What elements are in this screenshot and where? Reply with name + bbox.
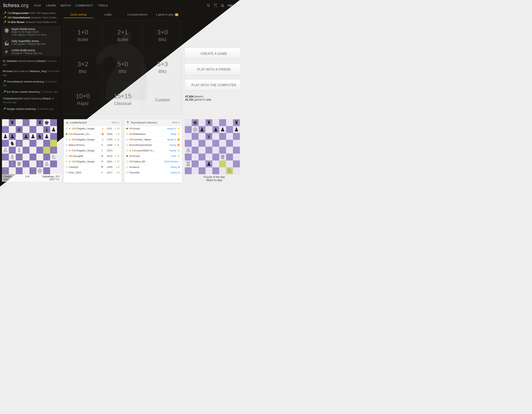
- timeline-item[interactable]: Dr_blablabla started following thibault …: [2, 58, 61, 68]
- square-b5: ♞: [9, 140, 16, 147]
- play-computer-button[interactable]: PLAY WITH THE COMPUTER: [184, 79, 240, 91]
- square-e2: [29, 160, 36, 167]
- chess-piece: ♞: [9, 140, 16, 147]
- timeline-item[interactable]: 🎤 Sladgie started streaming 30 minutes a…: [2, 106, 61, 112]
- timeline-item[interactable]: IM lovlas left a note on Takeback_King 1…: [2, 68, 61, 78]
- swords-icon[interactable]: [214, 4, 217, 7]
- puzzle-turn: Black to play: [186, 178, 240, 182]
- square-d5: [23, 140, 29, 147]
- leaderboard-row[interactable]: GM Alexander_Zu… 🔥 2906 ↗ 6: [64, 131, 122, 137]
- chess-piece: ♚: [43, 119, 50, 126]
- nav-link-community[interactable]: COMMUNITY: [76, 4, 93, 7]
- leaderboard-row[interactable]: ClasbyD ⚑ 2499 ↘ 2: [64, 164, 122, 170]
- center-panel: Quick pairing Lobby Correspondence 1 gam…: [64, 11, 182, 117]
- brand-logo[interactable]: lichess.org: [3, 2, 29, 9]
- square-d1: [205, 167, 212, 174]
- bell-off-icon[interactable]: [221, 4, 224, 7]
- chess-piece: ♖: [29, 167, 36, 174]
- square-d4: [23, 147, 29, 154]
- square-b4: [9, 147, 16, 154]
- tv-widget[interactable]: ♜♜♚♛♝♟♟♟♟♟♞♟♞♙♙♗♙♗♘♘♙♕♙♙♖♖♔ Ckaakk2682 1…: [2, 119, 61, 183]
- arena-item[interactable]: U2000 Bullet Arena84 players • Playing r…: [2, 47, 61, 56]
- search-icon[interactable]: [207, 4, 210, 7]
- square-c3: [199, 154, 205, 160]
- event-link[interactable]: 2019 Winter ○: [164, 160, 180, 163]
- event-link[interactable]: Yearly ⊡: [170, 171, 180, 174]
- winners-more-link[interactable]: More »: [172, 121, 180, 124]
- create-game-button[interactable]: CREATE A GAME: [184, 48, 240, 59]
- arena-item[interactable]: Rapid Shield ArenaBattle for the Rapid S…: [2, 26, 61, 38]
- perf-icon: 🐇: [101, 138, 104, 141]
- square-d5: [205, 140, 212, 147]
- event-link[interactable]: Yearly ⊞: [170, 166, 180, 168]
- timeline-item[interactable]: Thetacticbot1234 started following thiba…: [2, 95, 61, 105]
- square-a1: ♖: [2, 167, 9, 174]
- pool-cell[interactable]: 1+0Bullet: [64, 20, 102, 51]
- tab-quick-pairing[interactable]: Quick pairing: [64, 11, 93, 18]
- status-dot: [126, 144, 128, 146]
- streamer-item[interactable]: 🎤 IM Eric Rosen Streamer Team Battle on …: [2, 20, 61, 24]
- square-d7: [205, 126, 212, 133]
- pool-cell[interactable]: 10+0Rapid: [64, 84, 102, 114]
- leaderboard-row[interactable]: ➤ GM Zhigalko_Sergei ⊡ 2601 ↗ 17: [64, 159, 122, 164]
- winner-row[interactable]: IM KAstar Yearly H ⚡: [124, 126, 182, 131]
- play-friend-button[interactable]: PLAY WITH A FRIEND: [184, 64, 240, 75]
- pool-cell[interactable]: 2+1Bullet: [104, 20, 142, 51]
- leaderboard-row[interactable]: MaksimPanov ✶ 2468 ↗ 31: [64, 142, 122, 148]
- event-link[interactable]: Daily ⚡: [171, 133, 180, 136]
- tab-lobby[interactable]: Lobby: [93, 11, 123, 18]
- event-link[interactable]: Yearly 🐇: [169, 149, 180, 152]
- chess-piece: ♔: [192, 126, 199, 133]
- arena-item[interactable]: Daily SuperBlitz Arena1,392 players • Pl…: [2, 38, 61, 47]
- puzzle-widget[interactable]: ♚♜♜♔♟♟♟♟♛♙♕♖♟♘ Puzzle of the day Black t…: [185, 119, 240, 183]
- square-g8: [226, 119, 233, 126]
- leaderboard-row[interactable]: ➤ GM Zhigalko_Sergei ↖ 2523: [64, 148, 122, 153]
- square-e6: ♟: [29, 133, 36, 140]
- nav-link-learn[interactable]: LEARN: [46, 4, 56, 7]
- status-dot: [66, 144, 67, 146]
- winner-row[interactable]: IM DrMelekess Daily ⚡: [124, 131, 182, 137]
- leaderboard-row[interactable]: Fritzi_2003 ≡ 2417 ↗ 8: [64, 170, 122, 175]
- winner-row[interactable]: recastrov Yearly ⊞: [124, 164, 182, 170]
- leaderboard-row[interactable]: NM Jasugi99 ⊞ 2832 ↗ 27: [64, 153, 122, 159]
- leaderboard-row[interactable]: ➤ GM Zhigalko_Sergei ⚡ 3101 ↗ 10: [64, 126, 122, 131]
- user-menu[interactable]: thibault: [228, 4, 237, 7]
- winner-row[interactable]: NM Sviridov_Valery Yearly S 🔥: [124, 137, 182, 142]
- streamer-item[interactable]: 🎤 CM Kingscrusher FIDE CM Kingscrusher p…: [2, 11, 61, 15]
- tab-now-playing[interactable]: 1 game in play 1: [152, 11, 182, 18]
- chess-piece: ♙: [50, 147, 57, 154]
- nav-link-play[interactable]: PLAY: [34, 4, 41, 7]
- event-link[interactable]: Yearly S 🔥: [167, 138, 180, 141]
- winner-row[interactable]: BornOfGodAndVoid Yearly 🔥: [124, 142, 182, 148]
- leaderboard-row[interactable]: ➤ GM Zhigalko_Sergei 🐇 2765 ↗ 11: [64, 137, 122, 142]
- square-a3: [185, 154, 192, 160]
- pool-cell[interactable]: 5+0Blitz: [104, 52, 142, 83]
- winner-row[interactable]: Farmville Yearly ⊡: [124, 170, 182, 175]
- pool-cell[interactable]: 5+3Blitz: [143, 52, 182, 83]
- event-link[interactable]: Yearly H ⚡: [167, 127, 180, 130]
- square-c8: [16, 119, 23, 126]
- nav-link-watch[interactable]: WATCH: [61, 4, 71, 7]
- square-c6: [199, 133, 205, 140]
- pool-cell[interactable]: Custom: [143, 84, 182, 114]
- site-stats: 47,924 players 21,721 games in play: [184, 95, 240, 101]
- square-a8: [2, 119, 9, 126]
- square-c4: ♗: [16, 147, 23, 154]
- event-link[interactable]: Elite ⚡: [171, 155, 180, 157]
- square-d3: [205, 154, 212, 160]
- timeline-item[interactable]: 🎤 Eric Rosen started streaming 27 minute…: [2, 89, 61, 95]
- square-e8: [29, 119, 36, 126]
- winner-row[interactable]: NM Valera_B5 2019 Winter ○: [124, 159, 182, 164]
- tab-correspondence[interactable]: Correspondence: [123, 11, 152, 18]
- winner-row[interactable]: ➤ LM Lance5500-Yo… Yearly 🐇: [124, 148, 182, 153]
- event-link[interactable]: Yearly 🔥: [169, 144, 180, 147]
- square-a3: [2, 154, 9, 160]
- pool-cell[interactable]: 3+2Blitz: [64, 52, 102, 83]
- nav-link-tools[interactable]: TOOLS: [98, 4, 108, 7]
- timeline-item[interactable]: 🎤 ChessNetwork started streaming 19 minu…: [2, 78, 61, 89]
- leaderboard-more-link[interactable]: More »: [112, 121, 120, 124]
- winner-row[interactable]: IM KAstar Elite ⚡: [124, 153, 182, 159]
- pool-cell[interactable]: 3+0Blitz: [143, 20, 182, 51]
- pool-cell[interactable]: 15+15Classical: [104, 84, 142, 114]
- streamer-item[interactable]: 🎤 NM ChessNetwork Streamer !Team [Chess…: [2, 15, 61, 20]
